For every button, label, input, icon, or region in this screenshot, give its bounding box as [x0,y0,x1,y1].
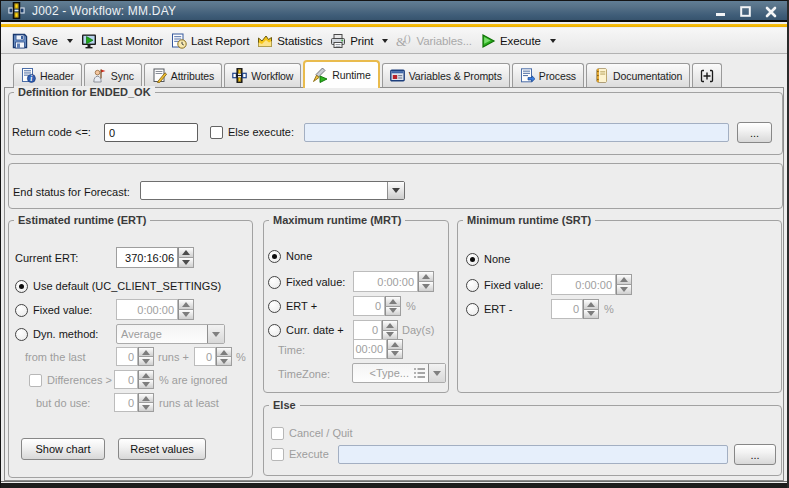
print-button[interactable]: Print [327,31,391,51]
execute-dropdown-icon[interactable] [550,39,556,43]
from-last-pct-value[interactable]: 0 [194,347,216,366]
differences-spinner[interactable]: 0 [114,370,154,389]
tab-workflow[interactable]: Workflow [224,63,301,87]
mrt-fixed-value[interactable]: 0:00:00 [353,271,418,292]
ert-fixed-spinner[interactable]: 0:00:00 [116,299,194,320]
last-monitor-button[interactable]: Last Monitor [78,31,166,51]
save-button[interactable]: Save [9,31,76,51]
srt-ert-minus-value[interactable]: 0 [551,299,583,319]
forecast-combobox-button[interactable] [387,182,404,199]
runs-plus-label-row: runs + [158,350,189,364]
dyn-method-radio[interactable] [15,328,28,341]
reset-values-button[interactable]: Reset values [118,438,206,460]
srt-fixed-value[interactable]: 0:00:00 [551,274,616,295]
dyn-method-combobox[interactable]: Average [116,324,225,344]
mrt-curr-date-spinner[interactable]: 0 [353,320,398,340]
spin-down-button[interactable] [216,357,232,366]
mrt-time-spinner[interactable]: 00:00 [353,339,403,359]
tab-sync[interactable]: Sync [84,63,142,87]
dyn-method-combobox-button[interactable] [207,325,224,343]
mrt-ert-plus-value[interactable]: 0 [353,296,385,316]
spin-down-button[interactable] [178,258,194,268]
mrt-timezone-combobox[interactable]: <Type... [352,363,446,383]
from-last-runs-spinner[interactable]: 0 [116,347,154,366]
srt-none-radio[interactable] [466,253,479,266]
spin-up-button[interactable] [616,274,632,285]
spin-up-button[interactable] [385,296,401,307]
butdo-spinner[interactable]: 0 [114,393,154,412]
spin-up-button[interactable] [138,347,154,357]
mrt-timezone-combobox-button[interactable] [428,364,445,382]
from-last-pct-spinner[interactable]: 0 [194,347,232,366]
last-report-button[interactable]: Last Report [168,31,252,51]
tab-attributes[interactable]: Attributes [144,63,222,87]
tab-process[interactable]: Process [512,63,584,87]
else-group-browse-button[interactable]: ... [734,444,776,465]
spin-down-button[interactable] [138,380,154,389]
else-group-execute-checkbox[interactable] [271,448,284,461]
ert-fixed-radio[interactable] [15,304,28,317]
use-default-label: Use default (UC_CLIENT_SETTINGS) [33,280,221,292]
spin-down-button[interactable] [138,357,154,366]
spin-down-button[interactable] [138,403,154,412]
spin-up-button[interactable] [138,393,154,403]
mrt-fixed-radio[interactable] [268,276,281,289]
mrt-curr-date-radio[interactable] [268,324,281,337]
else-execute-browse-button[interactable]: ... [737,122,772,143]
minimize-button[interactable] [714,5,727,18]
spin-down-button[interactable] [385,307,401,317]
spin-down-button[interactable] [418,282,434,292]
execute-button[interactable]: Execute [477,31,559,51]
cancel-quit-checkbox[interactable] [271,427,284,440]
srt-ert-minus-spinner[interactable]: 0 [551,299,599,319]
use-default-radio[interactable] [15,280,28,293]
return-code-input[interactable] [104,123,198,142]
tab-header[interactable]: i Header [13,63,82,87]
reset-values-label: Reset values [130,443,194,455]
current-ert-value[interactable]: 370:16:06 [116,247,178,268]
srt-ert-minus-radio[interactable] [466,303,479,316]
spin-up-button[interactable] [382,320,398,331]
show-chart-button[interactable]: Show chart [21,438,105,460]
spin-up-button[interactable] [138,370,154,380]
close-button[interactable] [764,5,777,18]
spin-up-button[interactable] [178,247,194,258]
butdo-value[interactable]: 0 [114,393,138,412]
srt-fixed-spinner[interactable]: 0:00:00 [551,274,632,295]
spin-down-button[interactable] [583,310,599,320]
spin-up-button[interactable] [178,299,194,310]
spin-down-button[interactable] [178,310,194,320]
spin-up-button[interactable] [216,347,232,357]
save-dropdown-icon[interactable] [67,39,73,43]
current-ert-spinner[interactable]: 370:16:06 [116,247,194,268]
differences-value[interactable]: 0 [114,370,138,389]
mrt-curr-date-value[interactable]: 0 [353,320,382,340]
tab-variables-prompts[interactable]: Variables & Prompts [382,63,510,87]
ert-fixed-value[interactable]: 0:00:00 [116,299,178,320]
mrt-none-radio[interactable] [268,250,281,263]
spin-up-button[interactable] [387,339,403,350]
spin-down-button[interactable] [387,350,403,360]
statistics-button[interactable]: Statistics [254,31,325,51]
differences-checkbox[interactable] [29,374,42,387]
mrt-fixed-spinner[interactable]: 0:00:00 [353,271,434,292]
mrt-ert-plus-radio[interactable] [268,300,281,313]
tab-documentation[interactable]: Documentation [586,63,690,87]
mrt-ert-plus-spinner[interactable]: 0 [353,296,401,316]
else-execute-checkbox[interactable] [210,126,223,139]
forecast-label-row: End status for Forecast: [13,185,130,199]
spin-down-button[interactable] [616,285,632,295]
srt-fixed-radio[interactable] [466,279,479,292]
print-dropdown-icon[interactable] [382,39,388,43]
tab-runtime[interactable]: Runtime [303,60,379,88]
tab-add[interactable] [692,63,722,87]
forecast-combobox[interactable] [140,181,405,200]
spin-up-button[interactable] [583,299,599,310]
runtime-icon [312,67,328,83]
mrt-time-value[interactable]: 00:00 [353,339,387,359]
else-execute-input[interactable] [304,123,729,142]
else-group-execute-input[interactable] [338,445,728,464]
spin-up-button[interactable] [418,271,434,282]
from-last-runs-value[interactable]: 0 [116,347,138,366]
maximize-button[interactable] [739,5,752,18]
